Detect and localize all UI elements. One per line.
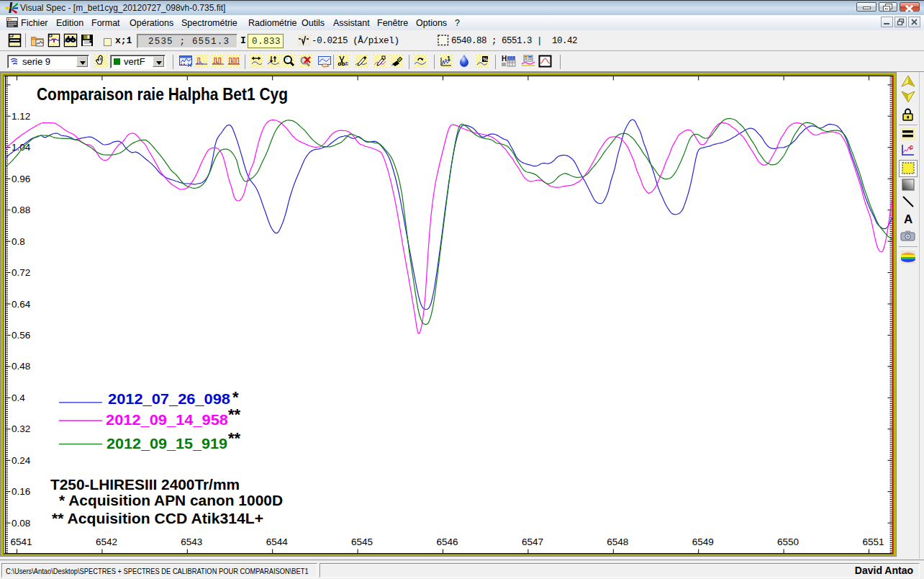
svg-text:6542: 6542 [96,537,117,547]
svg-text:6551: 6551 [862,537,884,547]
svg-text:0.24: 0.24 [12,455,31,466]
svg-text:** Acquisition CCD Atik314L+: ** Acquisition CCD Atik314L+ [52,511,263,526]
svg-text:0.16: 0.16 [12,486,30,497]
svg-text:2012_07_26_098: 2012_07_26_098 [108,390,230,407]
svg-text:**: ** [228,405,241,423]
svg-text:0.56: 0.56 [12,330,30,341]
svg-text:Comparaison raie Halpha Bet1 C: Comparaison raie Halpha Bet1 Cyg [37,85,288,104]
svg-text:6550: 6550 [777,537,799,547]
svg-text:6546: 6546 [436,537,458,547]
svg-text:0.32: 0.32 [12,423,30,434]
svg-text:6547: 6547 [522,537,543,547]
svg-text:0.48: 0.48 [12,361,30,372]
svg-text:H: H [502,55,507,63]
svg-text:0.8: 0.8 [12,236,25,247]
svg-text:* Acquisition APN canon 1000D: * Acquisition APN canon 1000D [59,493,283,508]
svg-text:6545: 6545 [351,537,373,547]
svg-text:0.88: 0.88 [12,205,30,215]
svg-text:6549: 6549 [692,537,714,547]
svg-text:0.08: 0.08 [12,518,30,529]
svg-text:1: 1 [447,55,450,62]
svg-text:**: ** [228,429,241,447]
svg-text:c: c [910,143,913,151]
svg-text:1.12: 1.12 [12,111,30,122]
svg-text:A: A [904,212,912,226]
svg-text:6543: 6543 [181,537,202,547]
svg-text:6544: 6544 [266,537,289,547]
svg-text:T250-LHIRESIII 2400Tr/mm: T250-LHIRESIII 2400Tr/mm [50,477,240,493]
svg-text:0.64: 0.64 [12,299,31,310]
svg-text:6541: 6541 [10,537,32,547]
svg-text:0.72: 0.72 [12,267,30,278]
svg-text:0.4: 0.4 [12,392,25,403]
svg-text:6548: 6548 [607,537,628,547]
svg-text:0.96: 0.96 [12,174,30,184]
svg-text:2012_09_15_919: 2012_09_15_919 [107,435,227,452]
svg-text:2012_09_14_958: 2012_09_14_958 [106,411,228,428]
svg-text:*: * [232,388,239,406]
svg-text:%: % [483,56,488,63]
